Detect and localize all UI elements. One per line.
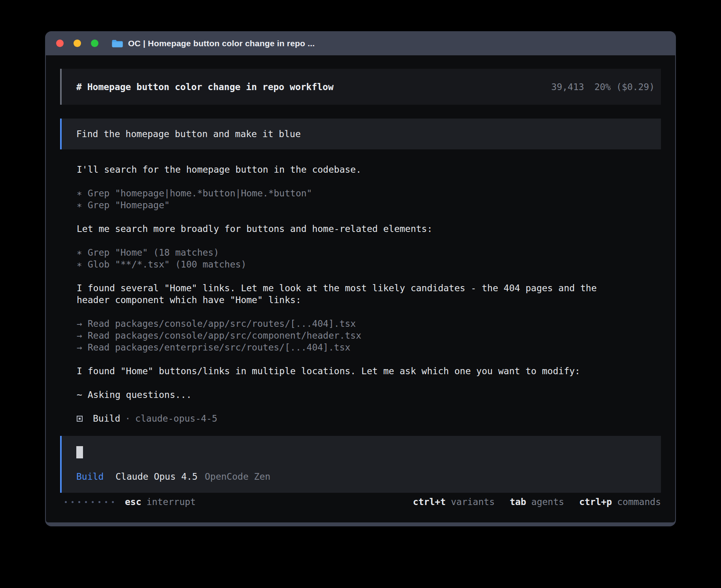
- agent-mode-label: Build: [76, 471, 104, 482]
- assistant-text-line: I found "Home" buttons/links in multiple…: [77, 365, 675, 377]
- tool-call-line: ∗ Grep "Homepage": [77, 199, 675, 211]
- tool-call-line: → Read packages/enterprise/src/routes/[.…: [77, 341, 675, 353]
- variants-label: variants: [451, 497, 495, 507]
- assistant-text-line: header component which have "Home" links…: [77, 294, 675, 306]
- agents-label: agents: [531, 497, 564, 507]
- spinner-dot: [78, 501, 80, 503]
- esc-key-label: esc: [125, 497, 142, 507]
- shortcut-hints: ctrl+t variants tab agents ctrl+p comman…: [413, 497, 661, 507]
- folder-icon: [111, 39, 123, 48]
- spinner-dot: [112, 501, 114, 503]
- user-message-text: Find the homepage button and make it blu…: [76, 129, 301, 139]
- prompt-input[interactable]: Build Claude Opus 4.5 OpenCode Zen: [60, 436, 661, 493]
- desktop-background: OC | Homepage button color change in rep…: [0, 0, 721, 588]
- session-title: # Homepage button color change in repo w…: [76, 82, 334, 92]
- prompt-meta: Build Claude Opus 4.5 OpenCode Zen: [76, 471, 661, 482]
- minimize-button[interactable]: [74, 40, 81, 47]
- interrupt-label: interrupt: [147, 497, 196, 507]
- agent-status-line: Build · claude-opus-4-5: [77, 413, 675, 424]
- spinner-dot: [72, 501, 74, 503]
- spacer: [77, 175, 675, 187]
- user-message: Find the homepage button and make it blu…: [60, 119, 661, 149]
- assistant-text-line: I found several "Home" links. Let me loo…: [77, 282, 675, 294]
- close-button[interactable]: [56, 40, 64, 47]
- spinner-dot: [98, 501, 100, 503]
- terminal-window: OC | Homepage button color change in rep…: [45, 31, 676, 526]
- commands-label: commands: [617, 497, 661, 507]
- assistant-text-line: Let me search more broadly for buttons a…: [77, 223, 675, 235]
- separator-dot-icon: ·: [125, 413, 130, 424]
- interrupt-hint: esc interrupt: [125, 497, 196, 507]
- spacer: [77, 353, 675, 365]
- activity-spinner-dots: [65, 501, 114, 503]
- terminal-content: # Homepage button color change in repo w…: [46, 55, 675, 522]
- spacer: [77, 401, 675, 413]
- ctrl-p-key-label: ctrl+p: [579, 497, 612, 507]
- tool-call-line: → Read packages/console/app/src/routes/[…: [77, 318, 675, 330]
- status-line: ~ Asking questions...: [77, 389, 675, 401]
- spinner-dot: [105, 501, 107, 503]
- assistant-text-line: I'll search for the homepage button in t…: [77, 164, 675, 175]
- tool-call-line: ∗ Grep "Home" (18 matches): [77, 247, 675, 258]
- agent-name: Build: [93, 413, 120, 424]
- context-usage: 20% ($0.29): [595, 82, 655, 92]
- tab-key-label: tab: [510, 497, 526, 507]
- tool-call-line: ∗ Grep "homepage|home.*button|Home.*butt…: [77, 187, 675, 199]
- spinner-dot: [65, 501, 67, 503]
- spacer: [77, 211, 675, 223]
- spacer: [77, 377, 675, 389]
- tool-call-line: ∗ Glob "**/*.tsx" (100 matches): [77, 258, 675, 270]
- window-titlebar[interactable]: OC | Homepage button color change in rep…: [46, 31, 675, 55]
- session-header: # Homepage button color change in repo w…: [60, 69, 661, 105]
- ctrl-t-key-label: ctrl+t: [413, 497, 446, 507]
- agent-icon: [77, 416, 83, 422]
- window-title: OC | Homepage button color change in rep…: [128, 39, 315, 48]
- agents-hint: tab agents: [510, 497, 564, 507]
- spacer: [77, 235, 675, 247]
- agent-model-id: claude-opus-4-5: [135, 413, 217, 424]
- variants-hint: ctrl+t variants: [413, 497, 495, 507]
- spinner-dot: [92, 501, 94, 503]
- provider-label: OpenCode Zen: [205, 471, 270, 482]
- commands-hint: ctrl+p commands: [579, 497, 661, 507]
- spinner-dot: [85, 501, 87, 503]
- session-stats: 39,413 20% ($0.29): [551, 82, 655, 92]
- spacer: [77, 306, 675, 318]
- window-controls: [56, 40, 98, 47]
- token-count: 39,413: [551, 82, 584, 92]
- tool-call-line: → Read packages/console/app/src/componen…: [77, 330, 675, 341]
- spacer: [77, 270, 675, 282]
- status-bar: esc interrupt ctrl+t variants tab agents…: [60, 496, 661, 508]
- model-label: Claude Opus 4.5: [115, 471, 198, 482]
- text-cursor: [76, 446, 83, 458]
- zoom-button[interactable]: [91, 40, 98, 47]
- assistant-transcript: I'll search for the homepage button in t…: [46, 164, 675, 424]
